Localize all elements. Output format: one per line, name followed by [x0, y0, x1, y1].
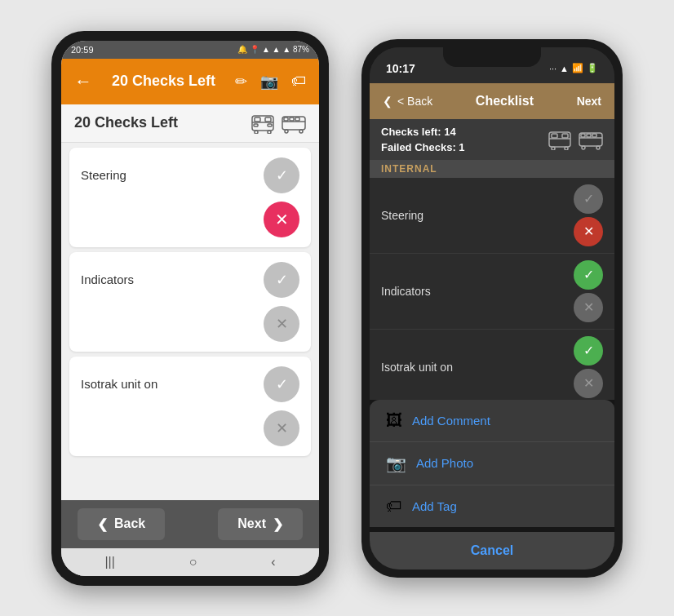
check-item-isotrak: Isotrak unit on ✓ ✕: [69, 357, 311, 456]
check-pass-indicators[interactable]: ✓: [264, 262, 299, 298]
ios-btns-isotrak: ✓ ✕: [574, 336, 603, 398]
ios-bus-side-icon: [579, 129, 603, 150]
checks-banner: 20 Checks Left: [61, 104, 319, 143]
svg-rect-18: [562, 134, 568, 138]
checks-count: 20 Checks Left: [74, 114, 178, 131]
check-pass-isotrak[interactable]: ✓: [264, 366, 299, 402]
ios-time: 10:17: [386, 62, 415, 75]
recents-button[interactable]: |||: [104, 555, 114, 569]
svg-point-27: [596, 146, 600, 149]
tag-icon[interactable]: 🏷: [291, 73, 306, 91]
check-label-steering: Steering: [81, 168, 126, 182]
check-pass-steering[interactable]: ✓: [264, 157, 299, 193]
android-time: 20:59: [71, 45, 94, 55]
add-photo-label: Add Photo: [416, 456, 473, 470]
ios-check-isotrak: Isotrak unit on ✓ ✕: [370, 330, 614, 405]
bus-icons: [251, 113, 306, 134]
ios-action-add-tag[interactable]: 🏷 Add Tag: [370, 485, 614, 527]
ios-btns-indicators: ✓ ✕: [574, 260, 603, 322]
svg-point-4: [255, 131, 258, 134]
home-button[interactable]: ○: [189, 555, 197, 569]
ios-pass-steering[interactable]: ✓: [574, 184, 603, 214]
svg-point-20: [565, 147, 568, 150]
checklist-content: Steering ✓ ✕ Indicators ✓ ✕: [61, 143, 319, 500]
comment-icon: 🖼: [386, 411, 402, 430]
ios-checklist-content: INTERNAL Steering ✓ ✕ Indicators ✓ ✕: [370, 160, 614, 569]
svg-point-19: [552, 147, 555, 150]
ios-header: ❮ < Back Checklist Next: [370, 83, 614, 119]
check-fail-isotrak[interactable]: ✕: [264, 410, 299, 446]
check-label-isotrak: Isotrak unit on: [81, 377, 157, 391]
check-item-indicators: Indicators ✓ ✕: [69, 252, 311, 352]
failed-checks-text: Failed Checks: 1: [381, 141, 465, 153]
ios-section-internal: INTERNAL: [370, 160, 614, 178]
ios-next-button[interactable]: Next: [577, 95, 601, 108]
add-tag-label: Add Tag: [412, 499, 457, 513]
photo-icon: 📷: [386, 454, 406, 473]
ios-pass-indicators[interactable]: ✓: [574, 260, 603, 290]
svg-rect-17: [552, 134, 557, 138]
tag-icon-ios: 🏷: [386, 497, 402, 516]
check-fail-indicators[interactable]: ✕: [264, 306, 299, 342]
next-button[interactable]: Next ❯: [218, 508, 303, 540]
svg-point-5: [268, 131, 271, 134]
next-label: Next: [237, 516, 266, 531]
ios-fail-indicators[interactable]: ✕: [574, 293, 603, 322]
svg-point-13: [285, 130, 288, 133]
svg-rect-12: [295, 117, 299, 121]
edit-icon[interactable]: ✏: [235, 73, 247, 91]
android-back-button[interactable]: ←: [74, 71, 92, 92]
ios-btns-steering: ✓ ✕: [574, 184, 603, 246]
ios-check-steering: Steering ✓ ✕: [370, 178, 614, 254]
ios-section-internal-label: INTERNAL: [381, 163, 437, 175]
svg-rect-25: [592, 134, 596, 137]
ios-info-text-group: Checks left: 14 Failed Checks: 1: [381, 126, 465, 153]
ios-back-label: < Back: [397, 95, 432, 108]
ios-back-button[interactable]: ❮ < Back: [383, 95, 432, 108]
ios-fail-steering[interactable]: ✕: [574, 217, 603, 246]
back-button[interactable]: ❮ Back: [78, 508, 165, 540]
ios-label-steering: Steering: [381, 209, 423, 222]
ios-fail-isotrak[interactable]: ✕: [574, 369, 603, 398]
android-header-icons: ✏ 📷 🏷: [235, 73, 306, 91]
ios-action-cancel[interactable]: Cancel: [370, 532, 614, 569]
camera-icon[interactable]: 📷: [260, 73, 278, 91]
ios-status-bar: 10:17 ··· ▲ 📶 🔋: [370, 47, 614, 83]
back-chevron-icon: ❮: [97, 516, 108, 532]
ios-action-add-photo[interactable]: 📷 Add Photo: [370, 442, 614, 485]
ios-header-title: Checklist: [476, 94, 534, 109]
android-phone: 20:59 🔔 📍 ▲ ▲ ▲ 87% ← 20 Checks Left ✏ 📷…: [51, 31, 329, 586]
ios-pass-isotrak[interactable]: ✓: [574, 336, 603, 366]
bus-front-icon: [251, 113, 275, 134]
check-label-indicators: Indicators: [81, 273, 134, 286]
ios-action-sheet-content: 🖼 Add Comment 📷 Add Photo 🏷 Add Tag: [370, 400, 614, 527]
ios-action-add-comment[interactable]: 🖼 Add Comment: [370, 400, 614, 442]
iphone-phone: 10:17 ··· ▲ 📶 🔋 ❮ < Back Checklist Next: [361, 39, 623, 578]
checks-left-text: Checks left: 14: [381, 126, 465, 138]
ios-status-icons: ··· ▲ 📶 🔋: [549, 63, 598, 73]
svg-rect-10: [284, 117, 288, 121]
svg-rect-6: [254, 124, 258, 126]
android-header: ← 20 Checks Left ✏ 📷 🏷: [61, 59, 319, 104]
ios-back-chevron: ❮: [383, 95, 392, 108]
back-system-button[interactable]: ‹: [271, 555, 275, 569]
android-status-icons: 🔔 📍 ▲ ▲ ▲ 87%: [237, 45, 309, 54]
svg-rect-3: [265, 117, 271, 122]
ios-action-sheet: 🖼 Add Comment 📷 Add Photo 🏷 Add Tag: [370, 400, 614, 569]
svg-point-26: [582, 146, 585, 149]
android-system-nav: ||| ○ ‹: [61, 548, 319, 576]
svg-rect-23: [581, 134, 585, 137]
add-comment-label: Add Comment: [412, 414, 490, 428]
android-status-bar: 20:59 🔔 📍 ▲ ▲ ▲ 87%: [61, 41, 319, 59]
svg-rect-2: [255, 117, 260, 122]
svg-rect-24: [587, 134, 591, 137]
ios-label-indicators: Indicators: [381, 285, 431, 298]
svg-point-14: [299, 130, 303, 133]
ios-bus-icons: [548, 129, 603, 150]
check-fail-steering[interactable]: ✕: [264, 202, 299, 237]
next-chevron-icon: ❯: [273, 516, 283, 532]
bus-side-icon: [282, 113, 306, 134]
ios-check-indicators: Indicators ✓ ✕: [370, 254, 614, 330]
svg-rect-7: [268, 124, 272, 126]
ios-bus-front-icon: [548, 129, 572, 150]
